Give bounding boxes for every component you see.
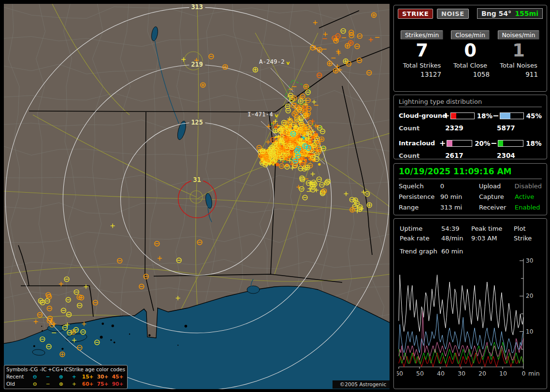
age-60: 60+ bbox=[80, 380, 95, 388]
cg-plus-pct: 18% bbox=[476, 112, 492, 120]
noises-per-min-chip[interactable]: Noises/min bbox=[498, 30, 540, 40]
ic-plus-pct: 20% bbox=[474, 140, 491, 147]
x-tick-label: 50 bbox=[416, 370, 424, 377]
bearing-distance-readout: Bng 54° 155mi bbox=[477, 8, 543, 19]
legend-old-label: Old bbox=[6, 380, 28, 388]
cg-plus-bar bbox=[450, 112, 475, 119]
strike-stats-panel: STRIKE NOISE Bng 54° 155mi Strikes/min C… bbox=[393, 5, 547, 92]
close-per-min-value: 0 bbox=[464, 41, 477, 61]
cg-minus-old-icon: ⊖ bbox=[28, 380, 42, 388]
x-tick-label: 20 bbox=[478, 370, 486, 377]
trend-graph-value: 60 min bbox=[441, 248, 471, 255]
cg-count-label: Count bbox=[399, 125, 438, 132]
ic-minus-pct: 18% bbox=[525, 140, 542, 147]
datetime-display: 10/19/2025 11:09:16 AM bbox=[399, 167, 542, 179]
minus-sign: − bbox=[491, 139, 496, 148]
peak-rate-value: 48/min bbox=[441, 235, 471, 242]
age-75: 75+ bbox=[95, 380, 110, 388]
status-panel: 10/19/2025 11:09:16 AM Squelch 0 Upload … bbox=[393, 163, 547, 215]
y-tick-label: 10 bbox=[526, 328, 533, 335]
map-canvas: A-249-2vI-471-4vB-3472-531321912531 bbox=[4, 4, 390, 389]
cg-plus-recent-icon: ⊕ bbox=[54, 373, 68, 380]
peak-time-value: 9:03 AM bbox=[471, 235, 514, 242]
intracloud-label: Intracloud bbox=[399, 140, 439, 147]
receiver-label: Receiver bbox=[479, 204, 515, 211]
ic-plus-recent-icon: + bbox=[68, 373, 80, 380]
cg-minus-count: 5877 bbox=[490, 124, 542, 132]
plus-sign: + bbox=[443, 111, 449, 120]
age-30: 30+ bbox=[95, 373, 110, 380]
cloud-ground-label: Cloud-ground bbox=[399, 112, 443, 119]
capture-status: Active bbox=[515, 193, 542, 200]
svg-text:313: 313 bbox=[191, 4, 203, 11]
series-Total strikes/min bbox=[399, 275, 523, 335]
capture-label: Capture bbox=[479, 193, 515, 200]
storm-trend-icon: v bbox=[286, 60, 290, 66]
x-tick-label: 40 bbox=[437, 370, 445, 377]
receiver-status: Enabled bbox=[515, 204, 542, 211]
x-axis-unit: min bbox=[528, 370, 540, 377]
peak-time-label: Peak time bbox=[471, 225, 514, 232]
total-strikes-value: 13127 bbox=[420, 70, 446, 78]
ic-minus-bar bbox=[498, 140, 523, 147]
strikes-per-min-value: 7 bbox=[416, 41, 428, 61]
cg-minus-bar bbox=[500, 112, 524, 119]
x-tick-label: 10 bbox=[499, 370, 507, 377]
ic-plus-bar bbox=[447, 140, 472, 147]
distribution-panel: Lightning type distribution Cloud-ground… bbox=[393, 95, 547, 159]
series--CG strikes/min bbox=[399, 314, 523, 353]
legend-col-ic-minus: -IC bbox=[39, 366, 48, 373]
storm-trend-icon: v bbox=[275, 112, 278, 119]
svg-text:125: 125 bbox=[191, 118, 203, 126]
legend-col-cg-minus: -CG bbox=[28, 366, 39, 373]
nexstorm-window: A-249-2vI-471-4vB-3472-531321912531 Symb… bbox=[0, 0, 550, 392]
session-panel: Uptime 54:39 Peak time Plot Peak rate 48… bbox=[393, 218, 547, 389]
persistence-label: Persistence bbox=[399, 193, 440, 200]
distance-value: 155mi bbox=[515, 10, 538, 17]
y-tick-label: 30 bbox=[526, 257, 533, 264]
cg-plus-old-icon: ⊕ bbox=[54, 380, 68, 388]
plot-label: Plot bbox=[514, 225, 544, 232]
close-per-min-chip[interactable]: Close/min bbox=[451, 30, 490, 40]
ic-plus-count: 2617 bbox=[438, 152, 490, 159]
copyright-text: ©2005 Astrogenic Systems bbox=[333, 380, 390, 389]
trend-graph-label: Trend graph bbox=[400, 248, 441, 255]
plot-value: Strike bbox=[514, 235, 544, 242]
cg-minus-recent-icon: ⊖ bbox=[28, 373, 42, 380]
minus-sign: − bbox=[492, 111, 498, 120]
cg-plus-count: 2329 bbox=[438, 124, 490, 132]
total-noises-value: 911 bbox=[525, 70, 543, 78]
range-label: Range bbox=[399, 204, 440, 211]
total-close-label: Total Close bbox=[453, 62, 487, 69]
ic-plus-old-icon: + bbox=[68, 380, 80, 388]
strike-mode-button[interactable]: STRIKE bbox=[398, 9, 433, 19]
noise-mode-button[interactable]: NOISE bbox=[437, 9, 469, 19]
noises-per-min-value: 1 bbox=[512, 41, 525, 61]
upload-status: Disabled bbox=[515, 182, 542, 190]
x-tick-label: 60 bbox=[397, 370, 403, 377]
legend-recent-row: Recent ⊖ − ⊕ + 15+ 30+ 45+ bbox=[6, 373, 125, 380]
uptime-label: Uptime bbox=[400, 225, 441, 232]
squelch-label: Squelch bbox=[399, 182, 440, 190]
storm-cell-label: A-249-2 bbox=[259, 58, 285, 65]
distribution-title: Lightning type distribution bbox=[399, 98, 542, 107]
age-15: 15+ bbox=[80, 373, 95, 380]
total-noises-label: Total Noises bbox=[500, 62, 537, 69]
age-90: 90+ bbox=[110, 380, 125, 388]
legend-header-row: Symbols -CG -IC +CG +IC Strike age color… bbox=[6, 366, 125, 373]
plus-sign: + bbox=[439, 139, 445, 148]
svg-text:31: 31 bbox=[193, 176, 201, 183]
strikes-per-min-chip[interactable]: Strikes/min bbox=[401, 30, 443, 40]
ic-minus-count: 2304 bbox=[490, 152, 542, 159]
uptime-value: 54:39 bbox=[441, 225, 471, 232]
trend-graph-chart: 1020306050403020100min bbox=[397, 257, 544, 383]
ic-minus-old-icon: − bbox=[42, 380, 54, 388]
legend-col-cg-plus: +CG bbox=[48, 366, 59, 373]
lightning-map[interactable]: A-249-2vI-471-4vB-3472-531321912531 Symb… bbox=[4, 4, 390, 389]
y-tick-label: 20 bbox=[526, 293, 533, 299]
map-legend: Symbols -CG -IC +CG +IC Strike age color… bbox=[4, 365, 128, 389]
squelch-value: 0 bbox=[440, 182, 479, 190]
upload-label: Upload bbox=[479, 182, 515, 190]
storm-cell-label: I-471-4 bbox=[247, 111, 273, 118]
peak-rate-label: Peak rate bbox=[400, 235, 441, 242]
